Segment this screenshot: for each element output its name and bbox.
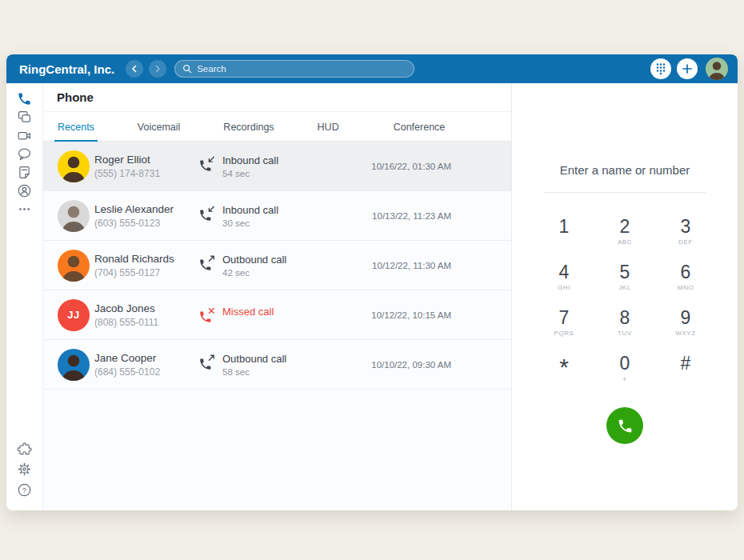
caller-info: Roger Elliot (555) 174-8731 [94,154,198,179]
sidebar-item-help[interactable]: ? [16,482,34,498]
sidebar-item-contacts[interactable] [16,182,34,199]
caller-number: (704) 555-0127 [94,267,198,278]
call-duration: 30 sec [222,218,278,228]
caller-number: (603) 555-0123 [94,218,198,229]
key-8[interactable]: 8TUV [594,303,655,349]
key-digit: # [681,353,691,374]
key-digit: 1 [559,216,570,238]
window-content: ? Phone Recents Voicemail Recordings HUD… [6,83,738,510]
back-button[interactable] [126,60,143,78]
dialpad-button[interactable] [650,58,671,79]
call-row[interactable]: Leslie Alexander (603) 555-0123 Inbound … [43,191,511,241]
dial-number-input[interactable]: Enter a name or number [544,163,706,193]
outbound-call-icon [198,254,216,272]
key-9[interactable]: 9WXYZ [655,303,716,349]
caller-info: Jacob Jones (808) 555-0111 [94,302,198,328]
call-detail: Inbound call 54 sec [198,154,366,178]
user-photo-icon [706,58,728,80]
call-row[interactable]: Jane Cooper (684) 555-0102 Outbound call… [43,340,511,390]
key-letters: PQRS [554,330,574,338]
call-type: Missed call [222,306,274,318]
help-icon: ? [17,482,32,498]
avatar [58,250,90,282]
call-type: Inbound call [222,204,278,216]
call-row[interactable]: Roger Elliot (555) 174-8731 Inbound call… [43,142,511,191]
key-digit: 8 [620,307,630,329]
key-letters: WXYZ [675,330,696,338]
call-row[interactable]: JJ Jacob Jones (808) 555-0111 Missed cal… [43,290,511,340]
sidebar-item-message[interactable] [16,146,34,162]
key-letters: JKL [618,284,631,292]
key-7[interactable]: 7PQRS [534,303,594,349]
sidebar-item-settings[interactable] [16,461,34,478]
dial-input-placeholder: Enter a name or number [544,163,706,177]
sidebar-item-text[interactable] [16,109,34,126]
caller-info: Ronald Richards (704) 555-0127 [94,253,198,278]
key-letters: + [622,375,627,383]
missed-call-icon [198,306,216,324]
call-timestamp: 10/10/22, 09:30 AM [371,360,451,370]
call-detail: Outbound call 58 sec [198,353,366,377]
contact-photo-icon [58,150,90,182]
start-call-button[interactable] [606,407,643,444]
key-4[interactable]: 4GHI [534,258,594,303]
key-1[interactable]: 1 [534,212,594,258]
sidebar-item-apps[interactable] [16,440,34,457]
key-digit: 9 [681,307,691,329]
caller-name: Jane Cooper [94,352,198,364]
puzzle-piece-icon [17,441,32,456]
note-document-icon [17,165,32,180]
caller-number: (684) 555-0102 [94,366,198,378]
phone-icon [17,91,32,106]
person-circle-icon [17,183,32,198]
key-letters: MNO [678,284,694,292]
key-letters: DEF [678,238,693,246]
tab-conference[interactable]: Conference [390,122,449,141]
sidebar-item-notes[interactable] [16,164,34,181]
sidebar-item-more[interactable] [16,201,34,218]
video-camera-icon [17,128,32,143]
key-digit: 2 [620,216,630,238]
avatar: JJ [58,299,90,331]
key-star[interactable]: * [534,349,594,394]
key-letters: ABC [618,238,632,246]
search-icon [182,64,192,74]
caller-number: (808) 555-0111 [94,317,198,328]
new-action-button[interactable] [677,58,698,79]
key-3[interactable]: 3DEF [655,212,716,258]
caller-info: Leslie Alexander (603) 555-0123 [94,203,198,229]
key-digit: 4 [559,262,570,283]
call-type: Outbound call [222,254,286,266]
key-0[interactable]: 0+ [594,349,655,394]
key-digit: * [559,353,569,382]
forward-button[interactable] [149,60,166,78]
dialpad-icon [655,62,666,75]
key-5[interactable]: 5JKL [594,258,655,303]
call-list: Roger Elliot (555) 174-8731 Inbound call… [43,142,511,390]
dialer-panel: Enter a name or number 1 2ABC 3DEF 4GHI … [512,83,738,510]
call-icon [617,418,634,434]
app-title: RingCentral, Inc. [19,62,114,76]
app-window: RingCentral, Inc. Search [6,54,738,510]
sidebar-item-video[interactable] [16,127,34,144]
tab-voicemail[interactable]: Voicemail [134,122,184,141]
search-placeholder: Search [197,64,226,74]
plus-icon [682,63,693,74]
tab-recents[interactable]: Recents [54,122,98,141]
avatar [58,150,90,182]
caller-name: Roger Elliot [94,154,198,166]
tab-hud[interactable]: HUD [314,122,342,141]
key-6[interactable]: 6MNO [655,258,716,303]
profile-avatar[interactable] [706,58,728,80]
tab-recordings[interactable]: Recordings [220,122,277,141]
key-digit: 3 [681,216,691,238]
key-pound[interactable]: # [655,349,716,394]
caller-name: Jacob Jones [94,302,198,314]
chevron-right-icon [153,64,162,74]
key-2[interactable]: 2ABC [594,212,655,258]
call-type: Inbound call [222,154,278,166]
call-row[interactable]: Ronald Richards (704) 555-0127 Outbound … [43,241,511,290]
contact-photo-icon [58,349,90,381]
sidebar-item-phone[interactable] [16,90,34,107]
search-input[interactable]: Search [174,60,414,78]
